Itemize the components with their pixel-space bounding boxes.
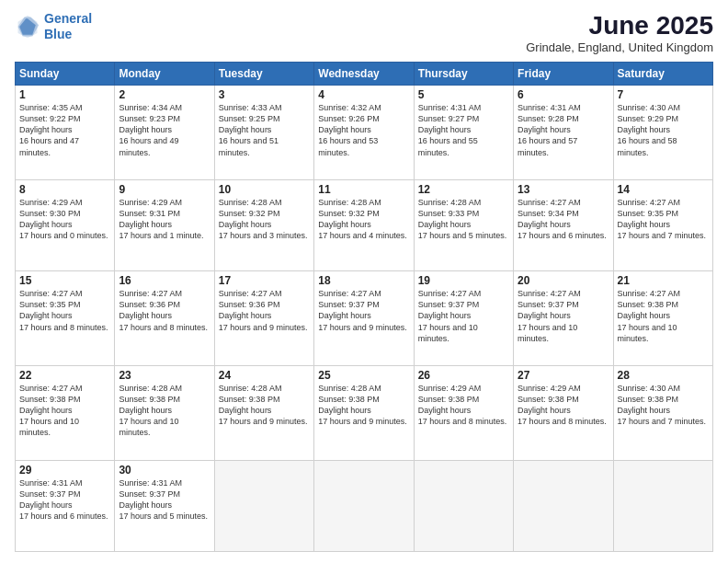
day-number: 19 [418, 274, 509, 287]
calendar-cell: 5 Sunrise: 4:31 AM Sunset: 9:27 PM Dayli… [414, 86, 513, 180]
calendar-cell: 16 Sunrise: 4:27 AM Sunset: 9:36 PM Dayl… [115, 271, 214, 366]
calendar-cell: 1 Sunrise: 4:35 AM Sunset: 9:22 PM Dayli… [16, 86, 115, 180]
cell-info: Sunrise: 4:28 AM Sunset: 9:38 PM Dayligh… [318, 383, 409, 428]
col-monday: Monday [115, 63, 214, 86]
day-number: 6 [518, 88, 609, 101]
cell-info: Sunrise: 4:34 AM Sunset: 9:23 PM Dayligh… [119, 102, 210, 158]
day-number: 16 [119, 274, 210, 287]
calendar-cell: 27 Sunrise: 4:29 AM Sunset: 9:38 PM Dayl… [514, 365, 613, 460]
calendar-cell: 28 Sunrise: 4:30 AM Sunset: 9:38 PM Dayl… [613, 365, 712, 460]
cell-info: Sunrise: 4:28 AM Sunset: 9:33 PM Dayligh… [418, 197, 509, 242]
day-number: 21 [618, 274, 709, 287]
title-block: June 2025 Grindale, England, United King… [526, 11, 713, 54]
calendar-cell: 3 Sunrise: 4:33 AM Sunset: 9:25 PM Dayli… [214, 86, 313, 180]
logo: General Blue [15, 11, 92, 42]
calendar-header: Sunday Monday Tuesday Wednesday Thursday… [16, 63, 713, 86]
col-friday: Friday [514, 63, 613, 86]
calendar-cell [314, 460, 414, 551]
cell-info: Sunrise: 4:27 AM Sunset: 9:38 PM Dayligh… [19, 383, 110, 439]
calendar-cell: 25 Sunrise: 4:28 AM Sunset: 9:38 PM Dayl… [314, 365, 414, 460]
cell-info: Sunrise: 4:27 AM Sunset: 9:36 PM Dayligh… [219, 288, 310, 333]
calendar-cell: 8 Sunrise: 4:29 AM Sunset: 9:30 PM Dayli… [16, 179, 115, 270]
cell-info: Sunrise: 4:32 AM Sunset: 9:26 PM Dayligh… [318, 102, 409, 158]
calendar-row: 15 Sunrise: 4:27 AM Sunset: 9:35 PM Dayl… [16, 271, 713, 366]
cell-info: Sunrise: 4:27 AM Sunset: 9:35 PM Dayligh… [618, 197, 709, 242]
calendar-cell: 12 Sunrise: 4:28 AM Sunset: 9:33 PM Dayl… [414, 179, 513, 270]
calendar-cell: 18 Sunrise: 4:27 AM Sunset: 9:37 PM Dayl… [314, 271, 414, 366]
calendar-cell: 24 Sunrise: 4:28 AM Sunset: 9:38 PM Dayl… [214, 365, 313, 460]
cell-info: Sunrise: 4:29 AM Sunset: 9:38 PM Dayligh… [518, 383, 609, 428]
col-sunday: Sunday [16, 63, 115, 86]
calendar-cell: 30 Sunrise: 4:31 AM Sunset: 9:37 PM Dayl… [115, 460, 214, 551]
calendar-cell: 13 Sunrise: 4:27 AM Sunset: 9:34 PM Dayl… [514, 179, 613, 270]
day-number: 2 [119, 88, 210, 101]
month-title: June 2025 [526, 11, 713, 40]
calendar-cell [414, 460, 513, 551]
calendar-cell: 9 Sunrise: 4:29 AM Sunset: 9:31 PM Dayli… [115, 179, 214, 270]
col-tuesday: Tuesday [214, 63, 313, 86]
cell-info: Sunrise: 4:31 AM Sunset: 9:37 PM Dayligh… [19, 477, 110, 523]
day-number: 17 [219, 274, 310, 287]
cell-info: Sunrise: 4:28 AM Sunset: 9:38 PM Dayligh… [219, 383, 310, 428]
day-number: 20 [518, 274, 609, 287]
cell-info: Sunrise: 4:31 AM Sunset: 9:37 PM Dayligh… [119, 477, 210, 523]
calendar-row: 29 Sunrise: 4:31 AM Sunset: 9:37 PM Dayl… [16, 460, 713, 551]
cell-info: Sunrise: 4:27 AM Sunset: 9:35 PM Dayligh… [19, 288, 110, 333]
calendar-cell: 17 Sunrise: 4:27 AM Sunset: 9:36 PM Dayl… [214, 271, 313, 366]
calendar-cell: 14 Sunrise: 4:27 AM Sunset: 9:35 PM Dayl… [613, 179, 712, 270]
cell-info: Sunrise: 4:29 AM Sunset: 9:31 PM Dayligh… [119, 197, 210, 242]
day-number: 9 [119, 183, 210, 196]
calendar-cell: 2 Sunrise: 4:34 AM Sunset: 9:23 PM Dayli… [115, 86, 214, 180]
calendar-cell: 10 Sunrise: 4:28 AM Sunset: 9:32 PM Dayl… [214, 179, 313, 270]
day-number: 26 [418, 369, 509, 382]
logo-text: General Blue [44, 11, 92, 42]
day-number: 13 [518, 183, 609, 196]
cell-info: Sunrise: 4:30 AM Sunset: 9:38 PM Dayligh… [618, 383, 709, 428]
calendar-cell: 22 Sunrise: 4:27 AM Sunset: 9:38 PM Dayl… [16, 365, 115, 460]
cell-info: Sunrise: 4:35 AM Sunset: 9:22 PM Dayligh… [19, 102, 110, 158]
calendar-cell: 4 Sunrise: 4:32 AM Sunset: 9:26 PM Dayli… [314, 86, 414, 180]
cell-info: Sunrise: 4:29 AM Sunset: 9:30 PM Dayligh… [19, 197, 110, 242]
calendar-cell: 23 Sunrise: 4:28 AM Sunset: 9:38 PM Dayl… [115, 365, 214, 460]
cell-info: Sunrise: 4:30 AM Sunset: 9:29 PM Dayligh… [618, 102, 709, 158]
day-number: 28 [618, 369, 709, 382]
calendar-row: 8 Sunrise: 4:29 AM Sunset: 9:30 PM Dayli… [16, 179, 713, 270]
logo-icon [15, 14, 40, 40]
calendar-cell: 26 Sunrise: 4:29 AM Sunset: 9:38 PM Dayl… [414, 365, 513, 460]
day-number: 1 [19, 88, 110, 101]
cell-info: Sunrise: 4:27 AM Sunset: 9:34 PM Dayligh… [518, 197, 609, 242]
header: General Blue June 2025 Grindale, England… [15, 11, 713, 54]
day-number: 30 [119, 464, 210, 477]
calendar-cell: 19 Sunrise: 4:27 AM Sunset: 9:37 PM Dayl… [414, 271, 513, 366]
day-number: 27 [518, 369, 609, 382]
cell-info: Sunrise: 4:27 AM Sunset: 9:37 PM Dayligh… [518, 288, 609, 344]
day-number: 29 [19, 464, 110, 477]
calendar-cell: 7 Sunrise: 4:30 AM Sunset: 9:29 PM Dayli… [613, 86, 712, 180]
day-number: 12 [418, 183, 509, 196]
calendar-body: 1 Sunrise: 4:35 AM Sunset: 9:22 PM Dayli… [16, 86, 713, 552]
calendar-table: Sunday Monday Tuesday Wednesday Thursday… [15, 62, 713, 552]
header-row: Sunday Monday Tuesday Wednesday Thursday… [16, 63, 713, 86]
calendar-cell [613, 460, 712, 551]
cell-info: Sunrise: 4:27 AM Sunset: 9:37 PM Dayligh… [418, 288, 509, 344]
logo-blue: Blue [44, 27, 72, 41]
cell-info: Sunrise: 4:27 AM Sunset: 9:37 PM Dayligh… [318, 288, 409, 333]
day-number: 11 [318, 183, 409, 196]
day-number: 25 [318, 369, 409, 382]
calendar-cell: 11 Sunrise: 4:28 AM Sunset: 9:32 PM Dayl… [314, 179, 414, 270]
calendar-cell [214, 460, 313, 551]
day-number: 22 [19, 369, 110, 382]
cell-info: Sunrise: 4:29 AM Sunset: 9:38 PM Dayligh… [418, 383, 509, 428]
day-number: 3 [219, 88, 310, 101]
cell-info: Sunrise: 4:31 AM Sunset: 9:28 PM Dayligh… [518, 102, 609, 158]
day-number: 23 [119, 369, 210, 382]
cell-info: Sunrise: 4:28 AM Sunset: 9:32 PM Dayligh… [219, 197, 310, 242]
cell-info: Sunrise: 4:33 AM Sunset: 9:25 PM Dayligh… [219, 102, 310, 158]
cell-info: Sunrise: 4:28 AM Sunset: 9:32 PM Dayligh… [318, 197, 409, 242]
calendar-cell [514, 460, 613, 551]
calendar-row: 1 Sunrise: 4:35 AM Sunset: 9:22 PM Dayli… [16, 86, 713, 180]
col-thursday: Thursday [414, 63, 513, 86]
day-number: 18 [318, 274, 409, 287]
day-number: 4 [318, 88, 409, 101]
cell-info: Sunrise: 4:27 AM Sunset: 9:36 PM Dayligh… [119, 288, 210, 333]
